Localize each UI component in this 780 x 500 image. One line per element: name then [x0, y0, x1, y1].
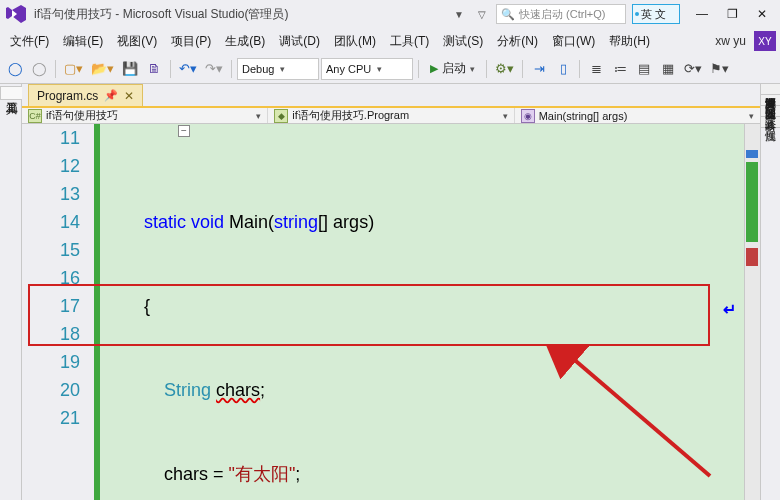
menu-build[interactable]: 生成(B): [219, 30, 271, 53]
step-over-button[interactable]: ⇥: [528, 58, 550, 80]
title-bar: if语句使用技巧 - Microsoft Visual Studio(管理员) …: [0, 0, 780, 28]
line-number: 11: [22, 124, 80, 152]
line-number: 14: [22, 208, 80, 236]
user-name[interactable]: xw yu: [715, 34, 746, 48]
line-number: 17: [22, 292, 80, 320]
left-sidebar: 工具箱: [0, 84, 22, 500]
quick-launch-placeholder: 快速启动 (Ctrl+Q): [519, 7, 605, 22]
toolbar: ◯ ◯ ▢▾ 📂▾ 💾 🗎 ↶▾ ↷▾ Debug▾ Any CPU▾ ▶ 启动…: [0, 54, 780, 84]
vs-logo-icon: [4, 2, 28, 26]
line-number: 15: [22, 236, 80, 264]
nav-fwd-button[interactable]: ◯: [28, 58, 50, 80]
separator: [170, 60, 171, 78]
menu-view[interactable]: 视图(V): [111, 30, 163, 53]
toolbox-tab[interactable]: 工具箱: [0, 86, 23, 100]
title-dropdown-1-icon[interactable]: ▼: [450, 7, 468, 22]
document-well: Program.cs 📌 ✕ C# if语句使用技巧 ▾ ◆ if语句使用技巧.…: [22, 84, 760, 500]
diagnostics-tab[interactable]: 诊断工具: [761, 106, 780, 117]
chevron-down-icon: ▾: [503, 111, 508, 121]
menu-tools[interactable]: 工具(T): [384, 30, 435, 53]
menu-bar: 文件(F) 编辑(E) 视图(V) 项目(P) 生成(B) 调试(D) 团队(M…: [0, 28, 780, 54]
right-sidebar: 解决方案资源管理器 团队资源管理器 诊断工具 属性: [760, 84, 780, 500]
file-tab-label: Program.cs: [37, 89, 98, 103]
separator: [579, 60, 580, 78]
line-number: 21: [22, 404, 80, 432]
tb-extra-3[interactable]: ≔: [609, 58, 631, 80]
ime-text: 英 文: [641, 7, 666, 22]
menu-project[interactable]: 项目(P): [165, 30, 217, 53]
tb-extra-2[interactable]: ≣: [585, 58, 607, 80]
pin-icon[interactable]: 📌: [104, 89, 118, 102]
restore-button[interactable]: ❐: [718, 3, 746, 25]
menu-team[interactable]: 团队(M): [328, 30, 382, 53]
nav-project-dropdown[interactable]: C# if语句使用技巧 ▾: [22, 108, 268, 123]
separator: [522, 60, 523, 78]
tab-strip: Program.cs 📌 ✕: [22, 84, 760, 108]
platform-dropdown[interactable]: Any CPU▾: [321, 58, 413, 80]
new-project-button[interactable]: ▢▾: [61, 58, 86, 80]
ime-indicator[interactable]: 英 文: [632, 4, 680, 24]
nav-back-button[interactable]: ◯: [4, 58, 26, 80]
menu-test[interactable]: 测试(S): [437, 30, 489, 53]
nav-project-label: if语句使用技巧: [46, 108, 118, 123]
separator: [486, 60, 487, 78]
undo-button[interactable]: ↶▾: [176, 58, 200, 80]
play-icon: ▶: [430, 62, 438, 75]
code-area[interactable]: − static void Main(string[] args) { Stri…: [100, 124, 760, 500]
line-number: 19: [22, 348, 80, 376]
scrollbar[interactable]: [744, 124, 760, 500]
nav-member-dropdown[interactable]: ◉ Main(string[] args) ▾: [515, 108, 760, 123]
properties-tab[interactable]: 属性: [761, 117, 780, 128]
separator: [231, 60, 232, 78]
user-badge[interactable]: XY: [754, 31, 776, 51]
line-number: 20: [22, 376, 80, 404]
menu-window[interactable]: 窗口(W): [546, 30, 601, 53]
close-button[interactable]: ✕: [748, 3, 776, 25]
minimize-button[interactable]: —: [688, 3, 716, 25]
line-number: 13: [22, 180, 80, 208]
platform-value: Any CPU: [326, 63, 371, 75]
tb-extra-4[interactable]: ▤: [633, 58, 655, 80]
tb-extra-1[interactable]: ⚙▾: [492, 58, 517, 80]
start-label: 启动: [442, 60, 466, 77]
line-number: 16: [22, 264, 80, 292]
menu-file[interactable]: 文件(F): [4, 30, 55, 53]
nav-member-label: Main(string[] args): [539, 110, 628, 122]
tb-extra-7[interactable]: ⚑▾: [707, 58, 732, 80]
window-title: if语句使用技巧 - Microsoft Visual Studio(管理员): [34, 6, 289, 23]
solution-explorer-tab[interactable]: 解决方案资源管理器: [761, 84, 780, 95]
scroll-marker-icon: [746, 150, 758, 158]
nav-strip: C# if语句使用技巧 ▾ ◆ if语句使用技巧.Program ▾ ◉ Mai…: [22, 108, 760, 124]
nav-class-dropdown[interactable]: ◆ if语句使用技巧.Program ▾: [268, 108, 514, 123]
step-into-button[interactable]: ▯: [552, 58, 574, 80]
quick-launch-input[interactable]: 🔍 快速启动 (Ctrl+Q): [496, 4, 626, 24]
title-dropdown-2-icon[interactable]: ▽: [474, 7, 490, 22]
wrap-arrow-icon: ↵: [723, 296, 736, 324]
csharp-project-icon: C#: [28, 109, 42, 123]
config-dropdown[interactable]: Debug▾: [237, 58, 319, 80]
menu-analyze[interactable]: 分析(N): [491, 30, 544, 53]
code-editor[interactable]: 11 12 13 14 15 16 17 18 19 20 21 − stati…: [22, 124, 760, 500]
start-button[interactable]: ▶ 启动 ▾: [424, 58, 481, 80]
menu-debug[interactable]: 调试(D): [273, 30, 326, 53]
tb-extra-6[interactable]: ⟳▾: [681, 58, 705, 80]
menu-edit[interactable]: 编辑(E): [57, 30, 109, 53]
window-buttons: — ❐ ✕: [688, 3, 776, 25]
outline-collapse-icon[interactable]: −: [178, 125, 190, 137]
menu-help[interactable]: 帮助(H): [603, 30, 656, 53]
tb-extra-5[interactable]: ▦: [657, 58, 679, 80]
method-icon: ◉: [521, 109, 535, 123]
tab-close-icon[interactable]: ✕: [124, 89, 134, 103]
scroll-marker-icon: [746, 248, 758, 266]
redo-button[interactable]: ↷▾: [202, 58, 226, 80]
team-explorer-tab[interactable]: 团队资源管理器: [761, 95, 780, 106]
open-button[interactable]: 📂▾: [88, 58, 117, 80]
line-gutter: 11 12 13 14 15 16 17 18 19 20 21: [22, 124, 94, 500]
ime-dot-icon: [635, 12, 639, 16]
save-all-button[interactable]: 🗎: [143, 58, 165, 80]
nav-class-label: if语句使用技巧.Program: [292, 108, 409, 123]
line-number: 18: [22, 320, 80, 348]
save-button[interactable]: 💾: [119, 58, 141, 80]
line-number: 12: [22, 152, 80, 180]
file-tab-program[interactable]: Program.cs 📌 ✕: [28, 84, 143, 106]
